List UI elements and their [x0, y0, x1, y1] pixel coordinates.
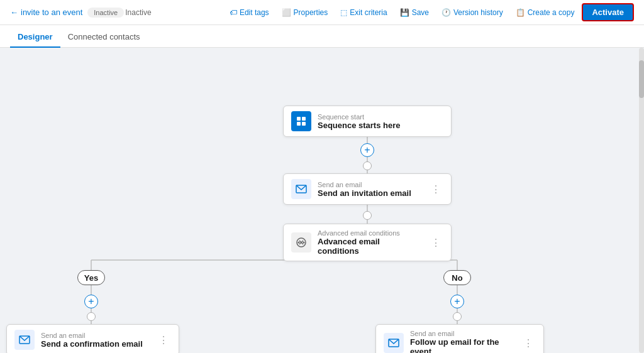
advanced-conditions-content: Advanced email conditions Advanced email… [318, 229, 422, 256]
send-email-yes-label: Send an email [41, 332, 150, 339]
conditions-icon [291, 232, 311, 253]
send-email-1-menu[interactable]: ⋮ [428, 182, 443, 197]
connector-yes [87, 312, 96, 321]
send-email-no-content: Send an email Follow up email for the ev… [410, 330, 514, 353]
svg-rect-20 [302, 117, 306, 121]
properties-button[interactable]: ⬜ Properties [277, 6, 333, 19]
send-email-yes-node[interactable]: Send an email Send a confirmation email … [6, 324, 179, 353]
header-actions: 🏷 Edit tags ⬜ Properties ⬚ Exit criteria… [225, 3, 634, 21]
email-1-icon [291, 179, 311, 199]
svg-rect-22 [302, 122, 306, 126]
edit-tags-button[interactable]: 🏷 Edit tags [225, 6, 274, 19]
create-copy-icon: 📋 [516, 8, 525, 17]
email-yes-icon [14, 330, 35, 350]
exit-criteria-icon: ⬚ [340, 8, 347, 17]
advanced-conditions-menu[interactable]: ⋮ [428, 236, 443, 250]
advanced-conditions-node[interactable]: Advanced email conditions Advanced email… [283, 224, 452, 261]
inactive-label: Inactive [125, 8, 151, 17]
version-history-icon: 🕐 [441, 8, 451, 17]
status-badge: Inactive [87, 8, 124, 18]
version-history-button[interactable]: 🕐 Version history [436, 6, 508, 19]
tab-connected-contacts[interactable]: Connected contacts [60, 27, 148, 48]
exit-criteria-button[interactable]: ⬚ Exit criteria [335, 6, 392, 19]
yes-branch-label: Yes [77, 270, 105, 285]
email-no-icon [384, 333, 404, 353]
connector-2 [363, 211, 372, 220]
save-icon: 💾 [400, 8, 409, 17]
connector-1 [363, 161, 372, 170]
send-email-yes-menu[interactable]: ⋮ [156, 333, 171, 347]
svg-rect-19 [297, 117, 301, 121]
back-button[interactable]: ← invite to an event [10, 8, 82, 17]
add-step-no-button[interactable]: + [450, 295, 464, 308]
add-step-button-1[interactable]: + [360, 143, 374, 157]
scrollbar-thumb[interactable] [639, 60, 644, 98]
flow-canvas: Sequence start Sequence starts here + Se… [0, 48, 644, 353]
sequence-icon [291, 111, 311, 131]
sequence-start-label: Sequence start [318, 113, 443, 121]
send-email-no-menu[interactable]: ⋮ [521, 336, 536, 350]
activate-button[interactable]: Activate [582, 3, 634, 21]
app-header: ← invite to an event Inactive Inactive 🏷… [0, 0, 644, 25]
back-icon: ← [10, 8, 18, 17]
edit-tags-icon: 🏷 [230, 8, 237, 17]
properties-icon: ⬜ [282, 8, 291, 17]
no-branch-label: No [443, 270, 471, 285]
sequence-start-title: Sequence starts here [318, 121, 443, 130]
send-email-1-content: Send an email Send an invitation email [318, 181, 422, 198]
sequence-start-content: Sequence start Sequence starts here [318, 113, 443, 130]
create-copy-button[interactable]: 📋 Create a copy [511, 6, 580, 19]
sequence-start-node[interactable]: Sequence start Sequence starts here [283, 106, 452, 137]
advanced-conditions-label: Advanced email conditions [318, 229, 422, 237]
save-button[interactable]: 💾 Save [395, 6, 434, 19]
header-title: invite to an event [21, 8, 82, 17]
add-step-yes-button[interactable]: + [84, 295, 98, 308]
svg-rect-21 [297, 122, 301, 126]
send-email-1-title: Send an invitation email [318, 188, 422, 198]
vertical-scrollbar[interactable] [639, 48, 644, 353]
send-email-no-label: Send an email [410, 330, 514, 337]
svg-point-28 [303, 242, 305, 244]
connector-no [453, 312, 462, 321]
send-email-yes-content: Send an email Send a confirmation email [41, 332, 150, 349]
send-email-1-node[interactable]: Send an email Send an invitation email ⋮ [283, 173, 452, 205]
send-email-1-label: Send an email [318, 181, 422, 188]
tabs-bar: Designer Connected contacts [0, 25, 644, 48]
send-email-no-node[interactable]: Send an email Follow up email for the ev… [375, 324, 544, 353]
svg-point-27 [298, 242, 300, 244]
tab-designer[interactable]: Designer [10, 27, 60, 48]
send-email-yes-title: Send a confirmation email [41, 339, 150, 349]
send-email-no-title: Follow up email for the event [410, 337, 514, 353]
advanced-conditions-title: Advanced email conditions [318, 237, 422, 256]
